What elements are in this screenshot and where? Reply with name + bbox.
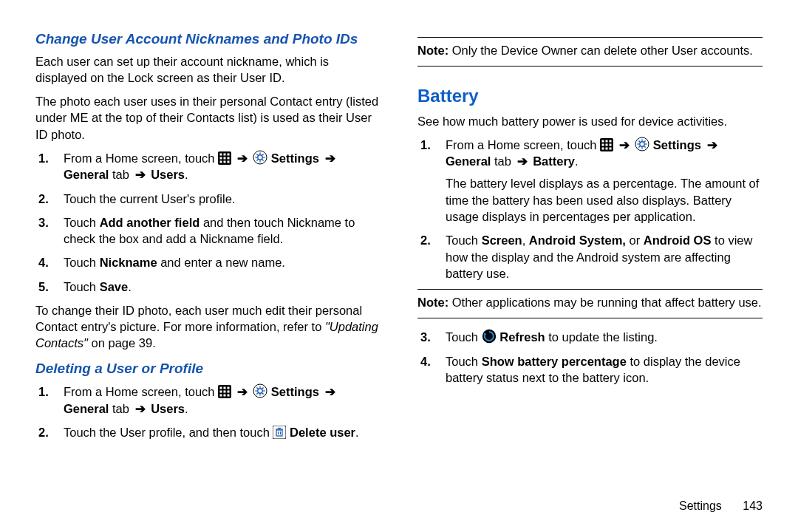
heading-delete-user: Deleting a User or Profile — [35, 359, 381, 378]
para-nick-2: The photo each user uses in their person… — [35, 93, 381, 143]
svg-rect-8 — [224, 160, 226, 163]
footer-section: Settings — [679, 499, 722, 512]
svg-rect-41 — [276, 430, 282, 436]
svg-rect-26 — [228, 391, 230, 393]
right-column: Note: Only the Device Owner can delete o… — [417, 30, 763, 448]
svg-line-18 — [257, 160, 259, 161]
svg-rect-23 — [228, 387, 230, 389]
list-item: 2.Touch the current User's profile. — [64, 191, 381, 207]
svg-point-11 — [258, 155, 262, 160]
list-item: 1. From a Home screen, touch ➔ Settings … — [64, 383, 381, 417]
svg-rect-27 — [220, 395, 222, 397]
settings-gear-icon — [253, 383, 267, 398]
svg-line-19 — [262, 154, 264, 155]
apps-icon — [600, 138, 613, 151]
svg-rect-48 — [606, 140, 608, 142]
svg-rect-24 — [220, 391, 222, 393]
svg-line-16 — [257, 154, 259, 155]
list-item: 4.Touch Nickname and enter a new name. — [64, 254, 381, 270]
note-other-apps: Note: Other applications may be running … — [417, 294, 763, 310]
svg-rect-52 — [610, 143, 612, 146]
svg-line-37 — [262, 393, 264, 395]
svg-line-63 — [644, 146, 646, 148]
svg-rect-51 — [606, 143, 608, 146]
list-item: 3. Touch Refresh to update the listing. — [446, 329, 763, 345]
svg-point-57 — [640, 142, 644, 146]
svg-rect-3 — [228, 153, 230, 155]
svg-rect-4 — [220, 157, 222, 159]
list-item: 2. Touch Screen, Android System, or Andr… — [446, 232, 763, 282]
svg-rect-50 — [602, 143, 604, 146]
page-footer: Settings 143 — [679, 498, 763, 514]
svg-rect-53 — [602, 147, 604, 149]
left-column: Change User Account Nicknames and Photo … — [35, 30, 381, 448]
para-battery-intro: See how much battery power is used for d… — [417, 113, 763, 129]
svg-rect-1 — [220, 153, 222, 155]
list-item: 2. Touch the User profile, and then touc… — [64, 424, 381, 440]
svg-rect-25 — [224, 391, 226, 393]
para-nick-3: To change their ID photo, each user much… — [35, 302, 381, 352]
steps-nicknames: 1. From a Home screen, touch ➔ Settings … — [35, 150, 381, 295]
list-item: 5.Touch Save. — [64, 279, 381, 295]
divider — [417, 37, 763, 38]
refresh-icon — [482, 329, 497, 344]
svg-rect-7 — [220, 160, 222, 163]
apps-icon — [218, 151, 231, 165]
steps-delete-user: 1. From a Home screen, touch ➔ Settings … — [35, 383, 381, 440]
list-item: 1. From a Home screen, touch ➔ Settings … — [446, 137, 763, 225]
svg-rect-9 — [228, 160, 230, 163]
svg-rect-28 — [224, 395, 226, 397]
apps-icon — [218, 385, 231, 398]
list-item: 1. From a Home screen, touch ➔ Settings … — [64, 150, 381, 183]
note-owner: Note: Only the Device Owner can delete o… — [417, 42, 763, 58]
divider — [417, 318, 763, 318]
svg-rect-47 — [602, 140, 604, 142]
settings-gear-icon — [635, 137, 649, 151]
settings-gear-icon — [253, 150, 267, 165]
para-nick-1: Each user can set up their account nickn… — [35, 53, 381, 86]
list-item: 4. Touch Show battery percentage to disp… — [446, 353, 763, 386]
svg-rect-5 — [224, 157, 226, 159]
steps-battery-a: 1. From a Home screen, touch ➔ Settings … — [417, 137, 763, 282]
svg-rect-2 — [224, 153, 226, 155]
list-item: 3.Touch Add another field and then touch… — [64, 214, 381, 248]
divider — [417, 289, 763, 290]
svg-rect-6 — [228, 157, 230, 159]
svg-rect-40 — [273, 426, 286, 439]
heading-battery: Battery — [417, 84, 763, 108]
svg-line-65 — [644, 140, 646, 142]
svg-rect-21 — [220, 387, 222, 389]
svg-line-64 — [639, 146, 641, 148]
divider — [417, 66, 763, 66]
svg-line-17 — [262, 160, 264, 161]
page-number: 143 — [743, 499, 763, 512]
svg-rect-55 — [610, 147, 612, 149]
svg-rect-29 — [228, 395, 230, 397]
trash-icon — [273, 426, 286, 439]
svg-line-62 — [639, 140, 641, 142]
svg-rect-22 — [224, 387, 226, 389]
svg-rect-49 — [610, 140, 612, 142]
heading-nicknames: Change User Account Nicknames and Photo … — [35, 30, 381, 49]
svg-line-39 — [262, 388, 264, 389]
svg-rect-54 — [606, 147, 608, 149]
steps-battery-b: 3. Touch Refresh to update the listing. … — [417, 329, 763, 386]
svg-line-38 — [257, 393, 259, 395]
svg-line-36 — [257, 388, 259, 389]
para-battery-level: The battery level displays as a percenta… — [446, 175, 763, 225]
svg-point-31 — [258, 389, 262, 393]
